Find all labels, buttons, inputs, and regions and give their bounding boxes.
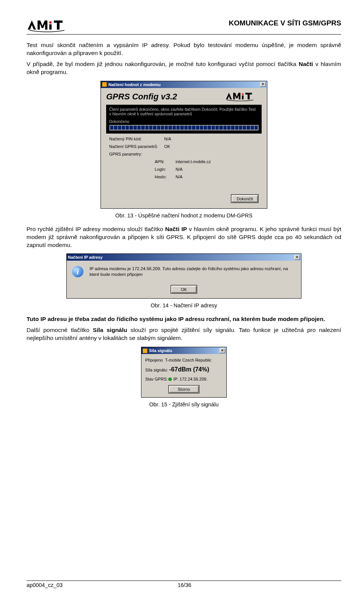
progress-bar xyxy=(109,125,259,131)
figure-15: Síla signálu × Připojeno T-mobile Czech … xyxy=(27,347,341,398)
p2-bold: Načti xyxy=(299,61,313,67)
lbl: Připojeno xyxy=(145,358,163,362)
lbl: Načtený PIN kód: xyxy=(109,137,164,141)
svg-rect-1 xyxy=(49,24,52,30)
footer-page-number: 16/36 xyxy=(177,582,191,588)
close-icon[interactable]: × xyxy=(220,348,225,353)
figure-14: Načtení IP adresy × i IP adresa modemu j… xyxy=(27,253,341,299)
val: IP: 172.24.56.209. xyxy=(173,377,207,381)
figure-13: Načtení hodnot z modemu × GPRS Config v3… xyxy=(27,81,341,209)
svg-point-2 xyxy=(242,93,244,95)
row-pin: Načtený PIN kód:N/A xyxy=(106,137,262,141)
caption-14: Obr. 14 - Načtení IP adresy xyxy=(27,302,341,308)
p3-bold: Načti IP xyxy=(165,226,187,232)
row-signal: Síla signálu: -67dBm (74%) xyxy=(145,366,223,373)
val: N/A xyxy=(176,167,182,171)
p5-bold: Síla signálu xyxy=(93,327,127,333)
info-icon: i xyxy=(72,266,83,277)
lbl: Načtení GPRS parametrů: xyxy=(109,144,164,149)
footer-doc-id: ap0004_cz_03 xyxy=(27,582,177,588)
row-apn: APN:internet.t-mobile.cz xyxy=(106,159,262,164)
dialog-ip-address: Načtení IP adresy × i IP adresa modemu j… xyxy=(66,253,301,299)
row-connected: Připojeno T-mobile Czech Republic xyxy=(145,358,223,362)
status-panel: Čtení parametrů dokončeno, okno zavřete … xyxy=(106,105,262,134)
ok-button[interactable]: OK xyxy=(171,286,196,293)
val: internet.t-mobile.cz xyxy=(176,159,211,164)
lbl: Stav GPRS: xyxy=(145,377,168,381)
lbl: Síla signálu: xyxy=(145,368,168,372)
val: OK xyxy=(164,144,170,149)
status-text: Čtení parametrů dokončeno, okno zavřete … xyxy=(109,107,259,116)
close-icon[interactable]: × xyxy=(294,255,300,260)
p3-text-a: Pro rychlé zjištění IP adresy modemu slo… xyxy=(27,226,165,232)
signal-value: -67dBm (74%) xyxy=(169,366,209,373)
paragraph-1: Test musí skončit načtením a vypsáním IP… xyxy=(27,41,341,57)
val: T-mobile Czech Republic xyxy=(165,358,211,362)
row-gprs-state: Stav GPRS:IP: 172.24.56.209. xyxy=(145,377,223,381)
dokoncit-button[interactable]: Dokončit xyxy=(232,195,258,202)
row-gprs-read: Načtení GPRS parametrů:OK xyxy=(106,144,262,149)
lbl: Login: xyxy=(109,167,176,171)
dialog-gprs-config: Načtení hodnot z modemu × GPRS Config v3… xyxy=(100,81,267,209)
header-title: KOMUNIKACE V SÍTI GSM/GPRS xyxy=(229,19,341,27)
paragraph-4: Tuto IP adresu je třeba zadat do řídicíh… xyxy=(27,315,341,323)
page-header: KOMUNIKACE V SÍTI GSM/GPRS xyxy=(27,19,341,35)
val: N/A xyxy=(176,175,182,179)
titlebar[interactable]: Síla signálu × xyxy=(141,347,226,354)
message-text: IP adresa modemu je 172.24.56.209. Tuto … xyxy=(89,266,296,277)
row-login: Login:N/A xyxy=(106,167,262,171)
page-footer: ap0004_cz_03 16/36 xyxy=(27,581,341,588)
storno-button[interactable]: Storno xyxy=(169,386,199,393)
svg-point-0 xyxy=(49,21,52,24)
svg-rect-3 xyxy=(242,95,243,99)
close-icon[interactable]: × xyxy=(260,82,266,87)
lbl: Heslo: xyxy=(109,175,176,179)
row-heslo: Heslo:N/A xyxy=(106,175,262,179)
app-icon xyxy=(143,348,147,353)
titlebar[interactable]: Načtení IP adresy × xyxy=(67,254,301,261)
status-dot-icon xyxy=(168,378,172,381)
title-text: Síla signálu xyxy=(149,348,220,353)
title-text: Načtení hodnot z modemu xyxy=(108,82,260,87)
lbl: APN: xyxy=(109,159,176,164)
amit-logo xyxy=(27,19,68,33)
paragraph-3: Pro rychlé zjištění IP adresy modemu slo… xyxy=(27,225,341,249)
titlebar[interactable]: Načtení hodnot z modemu × xyxy=(101,81,267,88)
p5-text-a: Další pomocné tlačítko xyxy=(27,327,93,333)
paragraph-2: V případě, že byl modem již jednou nakon… xyxy=(27,60,341,76)
title-text: Načtení IP adresy xyxy=(68,255,294,260)
caption-13: Obr. 13 - Úspěšné načtení hodnot z modem… xyxy=(27,212,341,219)
dialog-signal-strength: Síla signálu × Připojeno T-mobile Czech … xyxy=(141,347,227,398)
val: N/A xyxy=(164,137,171,141)
caption-15: Obr. 15 - Zjištění síly signálu xyxy=(27,401,341,407)
p2-text-a: V případě, že byl modem již jednou nakon… xyxy=(27,61,299,67)
gprs-config-heading: GPRS Config v3.2 xyxy=(106,92,177,102)
paragraph-5: Další pomocné tlačítko Síla signálu slou… xyxy=(27,326,341,342)
amit-logo-small xyxy=(224,92,262,102)
gprs-params-heading: GPRS parametry: xyxy=(106,149,262,156)
app-icon xyxy=(102,82,107,87)
status-done: Dokončeno xyxy=(109,119,259,124)
